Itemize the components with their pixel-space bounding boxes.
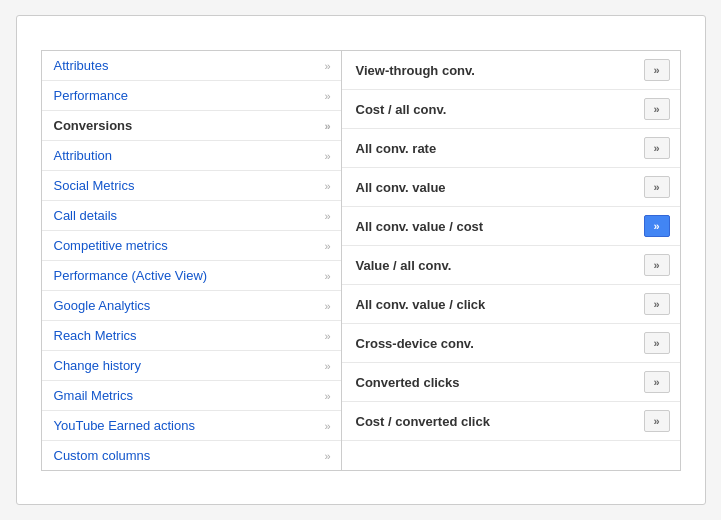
sidebar-item-google-analytics[interactable]: Google Analytics» [42, 291, 341, 321]
metric-label: Value / all conv. [356, 258, 452, 273]
chevron-right-icon: » [324, 210, 330, 222]
metric-row-cross-device-conv: Cross-device conv.» [342, 324, 680, 363]
metric-label: Cross-device conv. [356, 336, 474, 351]
metric-label: Converted clicks [356, 375, 460, 390]
sidebar-item-label: Conversions [54, 118, 133, 133]
metric-row-all-conv-value: All conv. value» [342, 168, 680, 207]
right-panel: View-through conv.»Cost / all conv.»All … [342, 51, 680, 446]
sidebar-item-label: Gmail Metrics [54, 388, 133, 403]
sidebar-item-performance-active-view[interactable]: Performance (Active View)» [42, 261, 341, 291]
metric-row-all-conv-rate: All conv. rate» [342, 129, 680, 168]
metrics-panels: Attributes»Performance»Conversions»Attri… [41, 50, 681, 471]
chevron-right-icon: » [324, 240, 330, 252]
sidebar-item-reach-metrics[interactable]: Reach Metrics» [42, 321, 341, 351]
sidebar-item-label: Custom columns [54, 448, 151, 463]
add-metric-button[interactable]: » [644, 371, 670, 393]
left-panel: Attributes»Performance»Conversions»Attri… [42, 51, 342, 470]
metric-label: All conv. rate [356, 141, 437, 156]
sidebar-item-gmail-metrics[interactable]: Gmail Metrics» [42, 381, 341, 411]
chevron-right-icon: » [324, 270, 330, 282]
sidebar-item-label: Social Metrics [54, 178, 135, 193]
sidebar-item-custom-columns[interactable]: Custom columns» [42, 441, 341, 470]
metric-row-all-conv-value-click: All conv. value / click» [342, 285, 680, 324]
metric-label: View-through conv. [356, 63, 475, 78]
add-metric-button[interactable]: » [644, 332, 670, 354]
chevron-right-icon: » [324, 330, 330, 342]
sidebar-item-label: Google Analytics [54, 298, 151, 313]
sidebar-item-label: Performance (Active View) [54, 268, 208, 283]
chevron-right-icon: » [324, 450, 330, 462]
sidebar-item-label: Attributes [54, 58, 109, 73]
add-metric-button[interactable]: » [644, 59, 670, 81]
sidebar-item-youtube-earned-actions[interactable]: YouTube Earned actions» [42, 411, 341, 441]
add-metric-button[interactable]: » [644, 137, 670, 159]
metric-label: All conv. value / cost [356, 219, 484, 234]
chevron-right-icon: » [324, 120, 330, 132]
metric-row-value-all-conv: Value / all conv.» [342, 246, 680, 285]
sidebar-item-performance[interactable]: Performance» [42, 81, 341, 111]
metric-row-converted-clicks: Converted clicks» [342, 363, 680, 402]
add-metric-button[interactable]: » [644, 215, 670, 237]
chevron-right-icon: » [324, 360, 330, 372]
chevron-right-icon: » [324, 60, 330, 72]
sidebar-item-label: Reach Metrics [54, 328, 137, 343]
metric-row-all-conv-value-cost: All conv. value / cost» [342, 207, 680, 246]
sidebar-item-attribution[interactable]: Attribution» [42, 141, 341, 171]
sidebar-item-label: Change history [54, 358, 141, 373]
add-metric-button[interactable]: » [644, 410, 670, 432]
sidebar-item-conversions[interactable]: Conversions» [42, 111, 341, 141]
modify-columns-dialog: Attributes»Performance»Conversions»Attri… [16, 15, 706, 505]
sidebar-item-change-history[interactable]: Change history» [42, 351, 341, 381]
sidebar-item-label: Competitive metrics [54, 238, 168, 253]
metric-row-click-conversion-rate: Click conversion rate» [342, 441, 680, 446]
sidebar-item-attributes[interactable]: Attributes» [42, 51, 341, 81]
add-metric-button[interactable]: » [644, 176, 670, 198]
metric-label: Cost / converted click [356, 414, 490, 429]
sidebar-item-label: Call details [54, 208, 118, 223]
chevron-right-icon: » [324, 180, 330, 192]
sidebar-item-label: Attribution [54, 148, 113, 163]
chevron-right-icon: » [324, 90, 330, 102]
metric-row-cost-all-conv: Cost / all conv.» [342, 90, 680, 129]
chevron-right-icon: » [324, 150, 330, 162]
chevron-right-icon: » [324, 300, 330, 312]
sidebar-item-competitive-metrics[interactable]: Competitive metrics» [42, 231, 341, 261]
chevron-right-icon: » [324, 390, 330, 402]
add-metric-button[interactable]: » [644, 98, 670, 120]
chevron-right-icon: » [324, 420, 330, 432]
metric-label: Cost / all conv. [356, 102, 447, 117]
sidebar-item-call-details[interactable]: Call details» [42, 201, 341, 231]
metric-label: All conv. value / click [356, 297, 486, 312]
add-metric-button[interactable]: » [644, 254, 670, 276]
add-metric-button[interactable]: » [644, 293, 670, 315]
sidebar-item-label: YouTube Earned actions [54, 418, 195, 433]
sidebar-item-label: Performance [54, 88, 128, 103]
metric-row-view-through-conv: View-through conv.» [342, 51, 680, 90]
sidebar-item-social-metrics[interactable]: Social Metrics» [42, 171, 341, 201]
metric-row-cost-converted-click: Cost / converted click» [342, 402, 680, 441]
metric-label: All conv. value [356, 180, 446, 195]
